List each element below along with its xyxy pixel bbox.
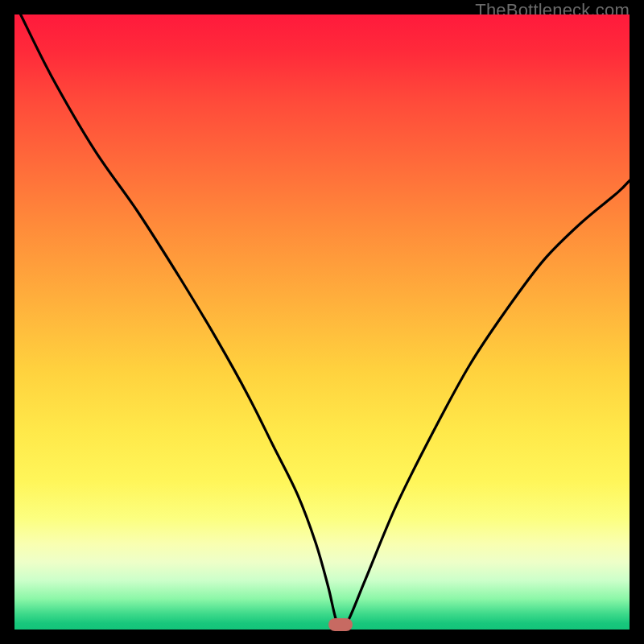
- optimal-marker: [328, 618, 353, 631]
- plot-area: [14, 14, 630, 630]
- bottleneck-curve: [14, 14, 630, 630]
- chart-frame: TheBottleneck.com: [0, 0, 644, 644]
- curve-path: [21, 14, 630, 629]
